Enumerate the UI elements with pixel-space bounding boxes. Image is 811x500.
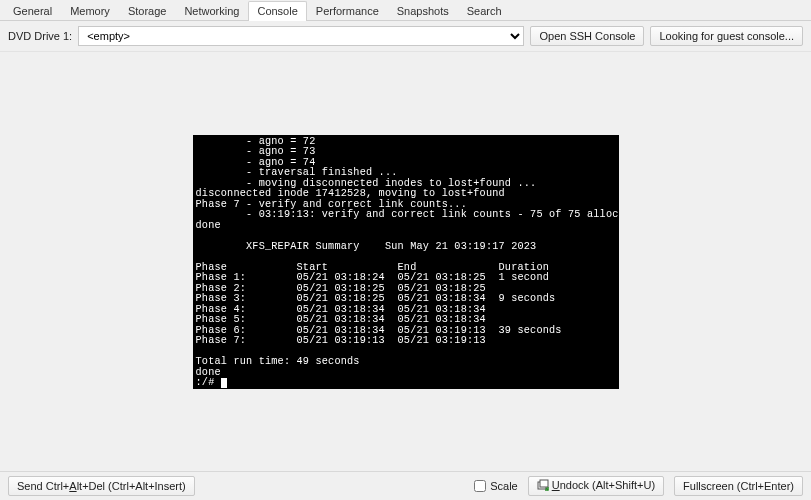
send-ctrl-alt-del-button[interactable]: Send Ctrl+Alt+Del (Ctrl+Alt+Insert) xyxy=(8,476,195,496)
tab-memory[interactable]: Memory xyxy=(61,1,119,21)
terminal[interactable]: - agno = 72 - agno = 73 - agno = 74 - tr… xyxy=(193,135,619,389)
status-bar: Send Ctrl+Alt+Del (Ctrl+Alt+Insert) Scal… xyxy=(0,471,811,500)
tab-general[interactable]: General xyxy=(4,1,61,21)
undock-button[interactable]: Undock (Alt+Shift+U) xyxy=(528,476,664,496)
undock-icon xyxy=(537,479,549,493)
dvd-drive-select[interactable]: <empty> xyxy=(78,26,524,46)
tab-storage[interactable]: Storage xyxy=(119,1,176,21)
looking-guest-button[interactable]: Looking for guest console... xyxy=(650,26,803,46)
fullscreen-button[interactable]: Fullscreen (Ctrl+Enter) xyxy=(674,476,803,496)
tab-snapshots[interactable]: Snapshots xyxy=(388,1,458,21)
tab-networking[interactable]: Networking xyxy=(175,1,248,21)
svg-rect-1 xyxy=(540,480,548,487)
tab-performance[interactable]: Performance xyxy=(307,1,388,21)
scale-label: Scale xyxy=(490,480,518,492)
toolbar: DVD Drive 1: <empty> Open SSH Console Lo… xyxy=(0,21,811,52)
scale-checkbox[interactable]: Scale xyxy=(474,480,518,492)
dvd-label: DVD Drive 1: xyxy=(8,30,72,42)
tab-console[interactable]: Console xyxy=(248,1,306,21)
console-area: - agno = 72 - agno = 73 - agno = 74 - tr… xyxy=(0,52,811,471)
scale-checkbox-input[interactable] xyxy=(474,480,486,492)
tab-search[interactable]: Search xyxy=(458,1,511,21)
open-ssh-button[interactable]: Open SSH Console xyxy=(530,26,644,46)
tab-bar: General Memory Storage Networking Consol… xyxy=(0,0,811,21)
